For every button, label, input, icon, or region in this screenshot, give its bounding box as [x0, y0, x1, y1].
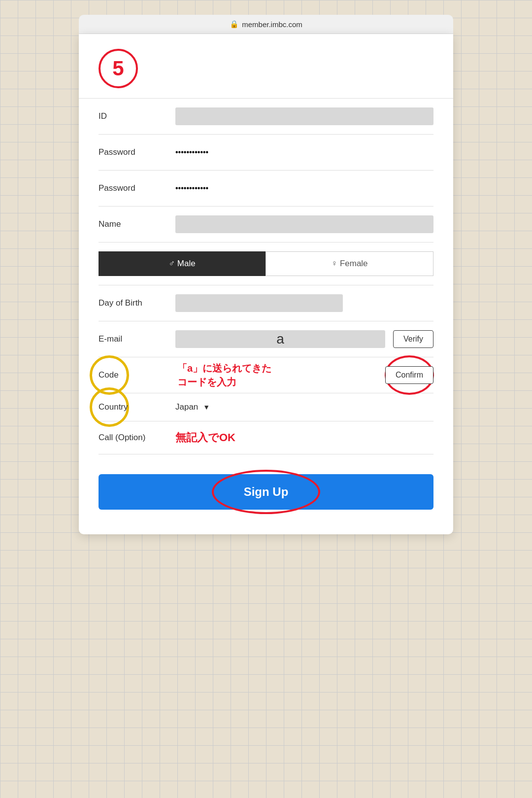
dob-row: Day of Birth — [99, 285, 433, 321]
gender-row: ♂ Male ♀ Female — [99, 243, 433, 285]
country-select[interactable]: Japan ▼ — [175, 402, 433, 412]
verify-button[interactable]: Verify — [393, 330, 433, 348]
confirm-button[interactable]: Confirm — [385, 366, 433, 384]
female-button[interactable]: ♀ Female — [266, 251, 433, 276]
email-input[interactable] — [175, 330, 385, 348]
name-row: Name — [99, 207, 433, 243]
country-label: Country — [99, 402, 128, 412]
password-label-2: Password — [99, 183, 167, 193]
form-card: 5 ID Password Password Name ♂ Male ♀ Fem… — [79, 34, 453, 534]
country-row: Country Japan ▼ — [99, 393, 433, 421]
name-input[interactable] — [175, 215, 433, 233]
lock-icon: 🔒 — [230, 20, 239, 29]
call-label: Call (Option) — [99, 433, 167, 443]
password-input-2[interactable] — [175, 179, 433, 197]
country-value: Japan — [175, 402, 198, 412]
browser-bar: 🔒 member.imbc.com — [79, 15, 453, 34]
call-annotation: 無記入でOK — [175, 430, 235, 445]
confirm-btn-wrap: Confirm — [385, 366, 433, 384]
id-input[interactable] — [175, 107, 433, 125]
code-input[interactable] — [175, 366, 377, 384]
password-row-1: Password — [99, 135, 433, 171]
code-row: Code 「a」に送られてきた コードを入力 Confirm — [99, 357, 433, 393]
male-button[interactable]: ♂ Male — [99, 251, 266, 276]
url-text: member.imbc.com — [242, 20, 302, 29]
dob-label: Day of Birth — [99, 298, 167, 308]
dropdown-arrow-icon: ▼ — [203, 403, 210, 411]
dob-input[interactable] — [175, 294, 343, 312]
signup-wrap: Sign Up — [99, 474, 433, 510]
password-input-1[interactable] — [175, 143, 433, 161]
id-label: ID — [99, 111, 167, 121]
signup-button[interactable]: Sign Up — [99, 474, 433, 510]
call-row: Call (Option) 無記入でOK — [99, 421, 433, 454]
password-label-1: Password — [99, 147, 167, 157]
password-row-2: Password — [99, 171, 433, 207]
email-row: E-mail a Verify — [99, 321, 433, 357]
id-row: ID — [99, 99, 433, 135]
code-label: Code — [99, 370, 167, 380]
step-circle: 5 — [99, 49, 138, 88]
name-label: Name — [99, 219, 167, 229]
email-label: E-mail — [99, 334, 167, 344]
